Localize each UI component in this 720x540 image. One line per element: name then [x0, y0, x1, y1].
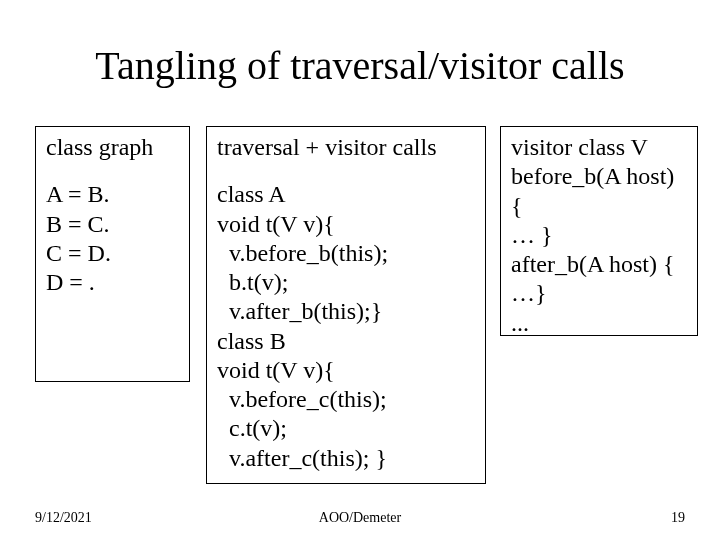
- class-graph-box: class graph A = B. B = C. C = D. D = .: [35, 126, 190, 382]
- code-line: visitor class V: [511, 133, 687, 162]
- traversal-box: traversal + visitor calls class A void t…: [206, 126, 486, 484]
- code-line: b.t(v);: [217, 268, 475, 297]
- code-line: class A: [217, 180, 475, 209]
- code-line: v.after_c(this); }: [217, 444, 475, 473]
- slide-title: Tangling of traversal/visitor calls: [0, 42, 720, 89]
- code-line: void t(V v){: [217, 356, 475, 385]
- traversal-header: traversal + visitor calls: [217, 133, 475, 162]
- spacer: [217, 162, 475, 180]
- code-line: before_b(A host) {: [511, 162, 687, 221]
- code-line: … }: [511, 221, 687, 250]
- slide: Tangling of traversal/visitor calls clas…: [0, 0, 720, 540]
- code-line: void t(V v){: [217, 210, 475, 239]
- class-graph-line: B = C.: [46, 210, 179, 239]
- code-line: after_b(A host) {: [511, 250, 687, 279]
- class-graph-line: C = D.: [46, 239, 179, 268]
- code-line: v.before_c(this);: [217, 385, 475, 414]
- visitor-box: visitor class V before_b(A host) { … } a…: [500, 126, 698, 336]
- code-line: ...: [511, 309, 687, 338]
- footer-page: 19: [671, 510, 685, 526]
- class-graph-line: D = .: [46, 268, 179, 297]
- spacer: [46, 162, 179, 180]
- footer-center: AOO/Demeter: [0, 510, 720, 526]
- code-line: v.before_b(this);: [217, 239, 475, 268]
- code-line: …}: [511, 279, 687, 308]
- code-line: c.t(v);: [217, 414, 475, 443]
- code-line: v.after_b(this);}: [217, 297, 475, 326]
- code-line: class B: [217, 327, 475, 356]
- class-graph-line: A = B.: [46, 180, 179, 209]
- class-graph-header: class graph: [46, 133, 179, 162]
